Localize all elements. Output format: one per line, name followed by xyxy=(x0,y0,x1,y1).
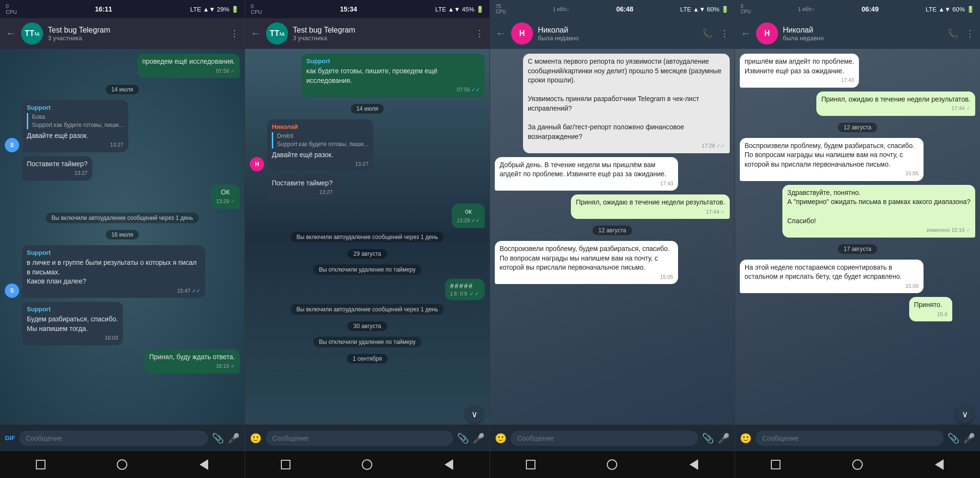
nav-home-btn[interactable] xyxy=(360,458,374,471)
message-bubble: Поставите таймер? 13:27 xyxy=(267,175,337,200)
msg-row: S Support в личке и в группе были резуль… xyxy=(5,245,240,298)
nav-back-btn[interactable] xyxy=(197,458,211,471)
chat-info-3: Николай была недавно xyxy=(538,26,697,42)
msg-row: S Support БоваSupport как будете готовы,… xyxy=(5,100,240,152)
msg-row: С момента первого репорта по уязвимости … xyxy=(495,54,730,153)
sticker-icon[interactable]: 🙂 xyxy=(250,432,262,444)
nav-square-btn[interactable] xyxy=(524,458,537,471)
nav-back-btn[interactable] xyxy=(687,458,701,471)
message-text: Будем разбираться, спасибо.Мы напишем то… xyxy=(27,315,118,332)
msg-row: Вы отключили удаление по таймеру xyxy=(250,264,485,275)
msg-row: S Support Будем разбираться, спасибо.Мы … xyxy=(5,302,240,345)
nav-square-btn[interactable] xyxy=(279,458,292,471)
chat-sub-1: 3 участника xyxy=(48,34,225,42)
message-bubble: Принял, буду ждать ответа. 16:10✓ xyxy=(145,349,240,374)
sender-name: Support xyxy=(27,305,118,314)
sender-name: Support xyxy=(306,57,480,66)
gif-button[interactable]: GIF xyxy=(5,434,15,442)
msg-row: Здравствуйте, понятно.А "примерно" ожида… xyxy=(740,185,975,238)
nav-square-btn[interactable] xyxy=(34,458,47,471)
message-text: Поставите таймер? xyxy=(27,160,88,168)
msg-row: Воспроизвели проблему, будем разбираться… xyxy=(740,138,975,181)
msg-row: S Поставите таймер? 13:27 xyxy=(5,156,240,181)
msg-row: ОК 13:29✓ xyxy=(5,184,240,209)
call-icon-3[interactable]: 📞 xyxy=(702,28,713,39)
message-text: ОК xyxy=(221,188,230,196)
back-button-1[interactable]: ← xyxy=(6,27,16,40)
message-text: Давайте ещё разок. xyxy=(272,151,334,159)
message-bubble: Николай DmitriiSupport как будете готовы… xyxy=(267,119,373,171)
message-input[interactable] xyxy=(756,431,944,446)
scroll-down-btn-4[interactable]: ∨ xyxy=(956,406,973,423)
header-icons-1: ⋮ xyxy=(230,28,239,39)
msg-row: Воспроизвели проблему, будем разбираться… xyxy=(495,241,730,284)
msg-row: ##### 18:09✓✓ xyxy=(250,279,485,300)
mic-icon[interactable]: 🎤 xyxy=(963,432,975,444)
message-text: Здравствуйте, понятно.А "примерно" ожида… xyxy=(787,189,970,225)
more-icon-1[interactable]: ⋮ xyxy=(230,28,239,39)
nav-home-btn[interactable] xyxy=(115,458,129,471)
attach-icon[interactable]: 📎 xyxy=(702,432,714,444)
message-bubble: ##### 18:09✓✓ xyxy=(445,279,485,300)
chat-messages-1: проведем ещё исследования. 07:56✓ 14 июл… xyxy=(0,49,245,424)
sticker-icon[interactable]: 🙂 xyxy=(495,432,507,444)
msg-row: проведем ещё исследования. 07:56✓ xyxy=(5,54,240,78)
sticker-icon[interactable]: 🙂 xyxy=(740,432,752,444)
nav-back-btn[interactable] xyxy=(442,458,456,471)
back-button-2[interactable]: ← xyxy=(251,27,261,40)
chat-header-3: ← Н Николай была недавно 📞 ⋮ xyxy=(490,18,735,49)
message-text: Добрый день. В течение недели мы пришлём… xyxy=(500,161,666,178)
message-text: Принял, ожидаю в течение недели результа… xyxy=(576,198,725,206)
chat-name-4: Николай xyxy=(783,26,943,34)
attach-icon[interactable]: 📎 xyxy=(212,432,224,444)
phone-screen-3: 75CPU 1 кб/с↓ 06:48 LTE ▲▼ 60% 🔋 ← Н Ник… xyxy=(490,0,735,478)
msg-row: Вы включили автоудаление сообщений через… xyxy=(250,232,485,242)
back-button-3[interactable]: ← xyxy=(496,27,506,40)
mic-icon[interactable]: 🎤 xyxy=(228,432,240,444)
mic-icon[interactable]: 🎤 xyxy=(473,432,485,444)
more-icon-2[interactable]: ⋮ xyxy=(475,28,484,39)
quoted-message: DmitriiSupport как будете готовы, пиши..… xyxy=(272,132,368,148)
avatar-4: Н xyxy=(756,23,778,45)
msg-row: Принял, ожидаю в течение недели результа… xyxy=(740,91,975,116)
date-divider: 29 августа xyxy=(250,249,485,258)
more-icon-4[interactable]: ⋮ xyxy=(966,28,974,39)
date-divider: 1 сентября xyxy=(250,354,485,363)
system-message: Вы включили автоудаление сообщений через… xyxy=(291,232,444,242)
message-bubble: Принял, ожидаю в течение недели результа… xyxy=(571,194,730,219)
input-bar-3: 🙂 📎 🎤 xyxy=(490,424,735,451)
msg-row: Принял, буду ждать ответа. 16:10✓ xyxy=(5,349,240,374)
phone-screen-1: 0CPU 16:11 LTE ▲▼ 29% 🔋 ← TT1д Test bug … xyxy=(0,0,245,478)
message-text: На этой неделе постараемся сориентироват… xyxy=(745,263,902,281)
message-bubble: Support БоваSupport как будете готовы, п… xyxy=(22,100,128,152)
msg-row: пришлём вам апдейт по проблеме.Извините … xyxy=(740,54,975,88)
more-icon-3[interactable]: ⋮ xyxy=(720,28,729,39)
message-text: в личке и в группе были результаты о кот… xyxy=(27,259,197,285)
mic-icon[interactable]: 🎤 xyxy=(718,432,730,444)
message-input[interactable] xyxy=(19,431,208,446)
phone-screen-2: 0CPU 15:34 LTE ▲▼ 45% 🔋 ← TT1д Test bug … xyxy=(245,0,490,478)
call-icon-4[interactable]: 📞 xyxy=(947,28,958,39)
message-input[interactable] xyxy=(266,431,453,446)
message-bubble: Support Будем разбираться, спасибо.Мы на… xyxy=(22,302,123,345)
back-button-4[interactable]: ← xyxy=(741,27,751,40)
message-text: Воспроизвели проблему, будем разбираться… xyxy=(745,142,914,168)
time-4: 06:49 xyxy=(861,5,879,13)
message-input[interactable] xyxy=(511,431,698,446)
chat-messages-2: Support как будете готовы, пишите, прове… xyxy=(245,49,490,424)
date-divider: 12 августа xyxy=(740,123,975,131)
nav-home-btn[interactable] xyxy=(605,458,619,471)
input-bar-4: 🙂 📎 🎤 xyxy=(735,424,980,451)
attach-icon[interactable]: 📎 xyxy=(947,432,959,444)
attach-icon[interactable]: 📎 xyxy=(457,432,469,444)
nav-home-btn[interactable] xyxy=(851,458,864,471)
message-bubble: пришлём вам апдейт по проблеме.Извините … xyxy=(740,54,859,88)
scroll-down-btn[interactable]: ∨ xyxy=(466,406,483,423)
msg-row: Н Николай DmitriiSupport как будете гото… xyxy=(250,119,485,171)
system-message: Вы включили автоудаление сообщений через… xyxy=(291,304,444,315)
nav-back-btn[interactable] xyxy=(933,458,946,471)
nav-square-btn[interactable] xyxy=(769,458,782,471)
message-text: пришлём вам апдейт по проблеме.Извините … xyxy=(745,57,854,75)
msg-row: ок 13:29✓✓ xyxy=(250,204,485,228)
chat-header-1: ← TT1д Test bug Telegram 3 участника ⋮ xyxy=(0,18,245,49)
